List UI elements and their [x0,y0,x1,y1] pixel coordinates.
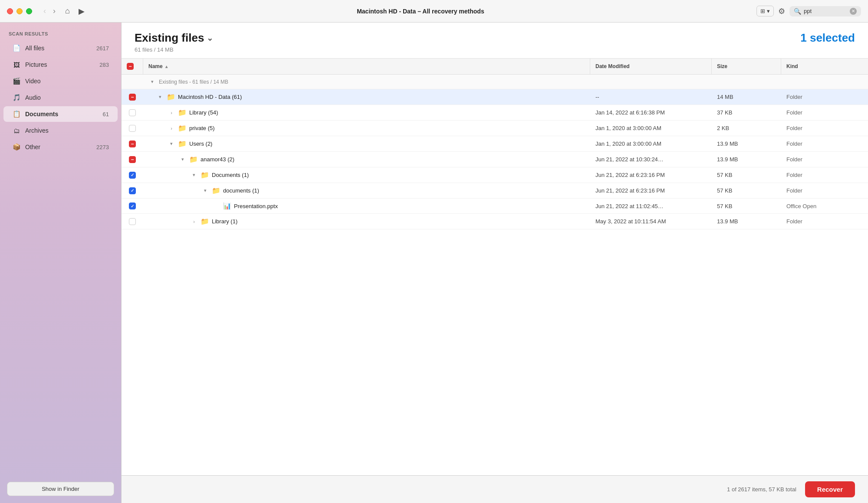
row-name-cell: ▾ 📁 Macintosh HD - Data (61) [143,89,590,105]
folder-icon: 📁 [201,171,209,179]
row-date: Jan 1, 2020 at 3:00:00 AM [590,121,712,135]
table-row: ▾ 📁 Users (2) Jan 1, 2020 at 3:00:00 AM … [122,136,868,152]
row-expand-button[interactable]: › [168,125,175,132]
folder-icon: 📁 [178,124,187,132]
th-size[interactable]: Size [712,59,781,74]
row-name-cell: ▾ 📁 documents (1) [143,183,590,198]
pptx-file-icon: 📊 [223,202,231,210]
sidebar-item-documents[interactable]: 📋 Documents 61 [3,106,118,122]
main-area: Scan results 📄 All files 2617 🖼 Pictures… [0,23,868,503]
sidebar-item-video[interactable]: 🎬 Video [3,73,118,89]
recover-button[interactable]: Recover [805,481,855,497]
row-checkbox[interactable] [129,203,136,209]
row-name-cell: ▾ 📁 anamor43 (2) [143,152,590,167]
row-expand-button[interactable]: ▾ [168,140,175,147]
row-filename: private (5) [189,125,215,131]
view-toggle-button[interactable]: ⊞ ▾ [756,6,774,16]
row-name-cell: › 📁 Library (1) [143,214,590,229]
table-header: Name ▲ Date Modified Size Kind [122,59,868,75]
titlebar-actions: ⊞ ▾ ⚙ 🔍 ✕ [756,6,861,16]
folder-icon: 📁 [178,108,187,117]
content-title-area: Existing files ⌄ 61 files / 14 MB [135,31,213,53]
row-filename: Users (2) [189,140,212,147]
content-subtitle: 61 files / 14 MB [135,46,213,53]
sidebar-item-other[interactable]: 📦 Other 2273 [3,139,118,155]
row-checkbox[interactable] [129,187,136,194]
view-dropdown-icon: ▾ [767,8,770,14]
title-dropdown-icon[interactable]: ⌄ [207,33,213,43]
row-size: 57 KB [712,168,781,182]
row-size: 2 KB [712,121,781,135]
close-button[interactable] [7,8,13,14]
home-button[interactable]: ⌂ [65,7,70,16]
row-expand-button[interactable]: › [190,218,198,225]
group-label: Existing files - 61 files / 14 MB [159,79,228,85]
maximize-button[interactable] [26,8,32,14]
row-expand-button[interactable]: ▾ [156,93,164,101]
filter-button[interactable]: ⚙ [778,7,785,16]
minimize-button[interactable] [16,8,23,14]
row-kind: Folder [781,90,868,104]
folder-icon: 📁 [212,186,220,195]
scan-button[interactable]: ▶ [79,7,85,16]
row-expand-button[interactable]: › [168,109,175,116]
row-filename: Macintosh HD - Data (61) [178,94,242,100]
table-row: 📊 Presentation.pptx Jun 21, 2022 at 11:0… [122,199,868,214]
search-clear-button[interactable]: ✕ [850,8,857,15]
row-name-cell: › 📁 Library (54) [143,105,590,120]
all-files-icon: 📄 [12,44,21,52]
row-checkbox[interactable] [129,172,136,179]
row-size: 57 KB [712,184,781,197]
sort-arrow-name: ▲ [164,64,169,69]
sidebar-item-audio[interactable]: 🎵 Audio [3,90,118,105]
traffic-lights [7,8,32,14]
sidebar: Scan results 📄 All files 2617 🖼 Pictures… [0,23,122,503]
row-kind: Folder [781,184,868,197]
table-row: ▾ 📁 anamor43 (2) Jun 21, 2022 at 10:30:2… [122,152,868,167]
row-kind: Folder [781,168,868,182]
documents-icon: 📋 [12,110,21,118]
row-size: 13.9 MB [712,137,781,150]
sidebar-item-pictures[interactable]: 🖼 Pictures 283 [3,57,118,72]
th-name[interactable]: Name ▲ [143,59,590,74]
row-expand-button[interactable]: ▾ [179,156,187,163]
row-name-cell: ▾ 📁 Documents (1) [143,167,590,183]
row-filename: Documents (1) [212,172,249,178]
row-checkbox[interactable] [129,218,136,225]
select-all-checkbox[interactable] [127,63,134,70]
nav-buttons: ‹ › [41,6,58,16]
grid-icon: ⊞ [760,8,765,14]
bottom-bar: 1 of 2617 items, 57 KB total Recover [122,475,868,503]
search-input[interactable] [804,8,847,14]
row-date: -- [590,90,712,104]
row-checkbox[interactable] [129,109,136,116]
selected-badge: 1 selected [800,31,855,45]
row-checkbox[interactable] [129,125,136,132]
group-expand-button[interactable]: ▾ [148,78,156,85]
table-row: › 📁 private (5) Jan 1, 2020 at 3:00:00 A… [122,121,868,136]
row-expand-button[interactable]: ▾ [201,187,209,194]
back-button[interactable]: ‹ [41,6,49,16]
titlebar: ‹ › ⌂ ▶ Macintosh HD - Data – All recove… [0,0,868,23]
row-name-cell: › 📁 private (5) [143,121,590,136]
row-size: 57 KB [712,199,781,213]
th-date[interactable]: Date Modified [590,59,712,74]
forward-button[interactable]: › [50,6,58,16]
sidebar-item-archives[interactable]: 🗂 Archives [3,123,118,138]
th-kind[interactable]: Kind [781,59,868,74]
show-in-finder-button[interactable]: Show in Finder [7,482,114,496]
row-checkbox[interactable] [129,140,136,147]
row-name-cell: 📊 Presentation.pptx [143,199,590,213]
sidebar-item-all-files[interactable]: 📄 All files 2617 [3,40,118,56]
row-checkbox[interactable] [129,156,136,163]
table-row: ▾ 📁 Macintosh HD - Data (61) -- 14 MB Fo… [122,89,868,105]
row-size: 37 KB [712,106,781,119]
search-box: 🔍 ✕ [789,6,861,16]
row-kind: Folder [781,121,868,135]
row-checkbox[interactable] [129,94,136,101]
row-expand-button[interactable]: ▾ [190,171,198,179]
group-header: ▾ Existing files - 61 files / 14 MB [122,75,868,89]
row-kind: Folder [781,137,868,150]
folder-user-icon: 📁 [189,155,198,163]
content-header: Existing files ⌄ 61 files / 14 MB 1 sele… [122,23,868,59]
